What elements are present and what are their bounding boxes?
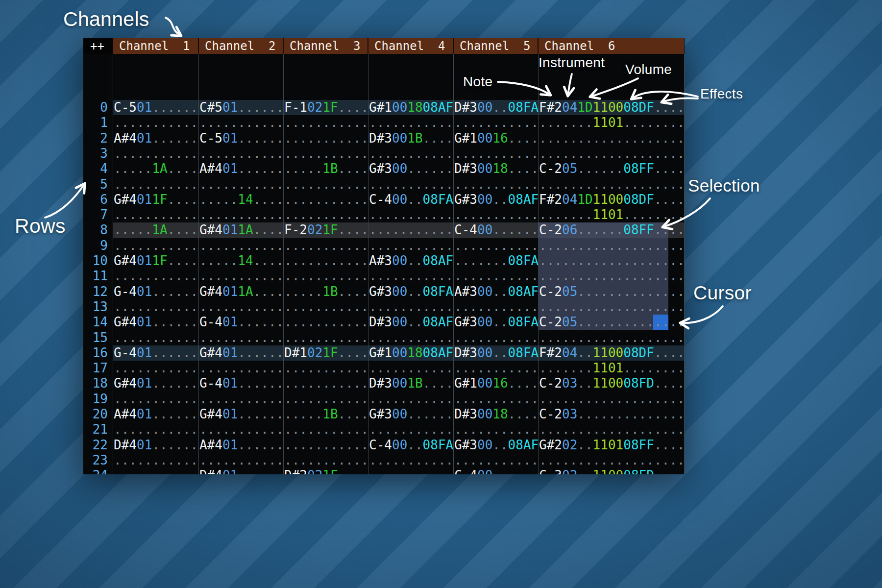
pattern-cell[interactable]: ................... (539, 177, 685, 193)
pattern-cell[interactable]: ........... (199, 207, 284, 223)
pattern-cell[interactable]: ........... (454, 422, 539, 438)
pattern-cell[interactable]: ........... (284, 238, 368, 254)
pattern-cell[interactable]: G#401...... (114, 376, 198, 392)
pattern-cell[interactable]: ........... (369, 146, 453, 162)
pattern-cell[interactable]: ................... (539, 269, 685, 284)
pattern-cell[interactable]: G#300..08FA (369, 284, 453, 300)
pattern-cell[interactable]: ........... (114, 146, 198, 162)
pattern-cell[interactable]: ........... (454, 453, 539, 468)
pattern-cell[interactable]: ........... (114, 468, 198, 474)
pattern-cell[interactable]: D#300..08FA (454, 345, 539, 361)
pattern-cell[interactable]: ........... (284, 392, 368, 407)
pattern-cell[interactable]: G-401...... (114, 345, 198, 361)
pattern-cell[interactable]: G#401...... (114, 315, 198, 330)
pattern-cell[interactable]: ........... (454, 361, 539, 376)
pattern-cell[interactable]: ........... (284, 131, 368, 147)
pattern-cell[interactable]: ........... (454, 299, 539, 315)
channel-header-3[interactable]: Channel 3 (284, 38, 368, 54)
pattern-cell[interactable]: ........... (284, 422, 368, 438)
pattern-cell[interactable]: ........... (284, 361, 368, 376)
pattern-grid[interactable]: 0C-501......C#501......F-1021F....G#1001… (83, 54, 685, 474)
pattern-cell[interactable]: ........... (114, 453, 198, 468)
pattern-cell[interactable]: ........... (284, 146, 368, 162)
pattern-cell[interactable]: ........... (199, 115, 284, 131)
channel-header-6[interactable]: Channel 6 (539, 38, 684, 54)
pattern-cell[interactable]: G#4011F.... (114, 253, 198, 269)
pattern-cell[interactable]: ........... (454, 238, 539, 254)
pattern-cell[interactable]: ........... (114, 269, 198, 284)
pattern-cell[interactable]: ................... (539, 299, 685, 315)
pattern-cell[interactable]: ........... (284, 299, 368, 315)
pattern-cell[interactable]: ........... (114, 361, 198, 376)
pattern-cell[interactable]: ........... (114, 177, 198, 193)
pattern-cell[interactable]: ........... (454, 146, 539, 162)
pattern-cell[interactable]: C-400...... (454, 222, 539, 238)
pattern-cell[interactable]: ........... (369, 269, 453, 284)
pattern-cell[interactable]: D#401...... (114, 438, 198, 453)
pattern-cell[interactable]: .......1101........ (539, 207, 685, 223)
channel-header-5[interactable]: Channel 5 (454, 38, 538, 54)
pattern-cell[interactable]: D#3001B.... (369, 376, 453, 392)
pattern-cell[interactable]: D#300..08FA (454, 100, 539, 116)
pattern-cell[interactable]: .......1101........ (539, 361, 685, 376)
pattern-cell[interactable]: ................... (539, 330, 685, 346)
pattern-cell[interactable]: A#401...... (199, 161, 284, 177)
pattern-cell[interactable]: ........... (199, 422, 284, 438)
pattern-cell[interactable]: .....14.... (199, 192, 284, 208)
pattern-cell[interactable]: C-206......08FF.... (539, 222, 685, 238)
pattern-corner-cell[interactable]: ++ (83, 38, 113, 54)
pattern-cell[interactable]: ........... (284, 177, 368, 193)
pattern-cell[interactable]: ........... (114, 392, 198, 407)
pattern-cell[interactable]: G#401...... (199, 407, 284, 422)
pattern-cell[interactable]: ........... (199, 269, 284, 284)
pattern-cell[interactable]: ........... (369, 453, 453, 468)
pattern-cell[interactable]: ........... (284, 438, 368, 453)
pattern-cell[interactable]: D#401...... (199, 468, 284, 474)
pattern-cell[interactable]: ........... (284, 315, 368, 330)
pattern-cell[interactable]: F#204..110008DF.... (539, 345, 685, 361)
pattern-cell[interactable]: ........... (114, 207, 198, 223)
pattern-cell[interactable]: ........... (199, 392, 284, 407)
pattern-cell[interactable]: G#202..110108FF.... (539, 438, 685, 453)
pattern-cell[interactable]: A#300..08AF (369, 253, 453, 269)
pattern-cell[interactable]: ........... (199, 299, 284, 315)
pattern-cell[interactable]: C-205......08FF.... (539, 161, 685, 177)
pattern-cell[interactable]: ................... (539, 131, 685, 147)
pattern-cell[interactable]: ........... (114, 115, 198, 131)
pattern-cell[interactable]: ........... (199, 330, 284, 346)
pattern-cell[interactable]: ........... (284, 376, 368, 392)
pattern-cell[interactable]: ........... (369, 299, 453, 315)
pattern-cell[interactable]: ........... (454, 330, 539, 346)
pattern-cell[interactable]: D#3001B.... (369, 131, 453, 147)
pattern-cell[interactable]: C-400...... (454, 468, 539, 474)
pattern-cell[interactable]: ........... (114, 330, 198, 346)
pattern-cell[interactable]: ................... (539, 146, 685, 162)
pattern-cell[interactable]: ........... (284, 330, 368, 346)
pattern-cell[interactable]: G#300...... (369, 407, 453, 422)
pattern-cell[interactable]: .....1A.... (114, 222, 198, 238)
pattern-cell[interactable]: C-501...... (114, 100, 198, 116)
pattern-cell[interactable]: A#401...... (114, 407, 198, 422)
pattern-cell[interactable]: D#1021F.... (284, 345, 368, 361)
pattern-cell[interactable]: G-401...... (199, 376, 284, 392)
channel-header-4[interactable]: Channel 4 (368, 38, 453, 54)
pattern-cell[interactable]: ........... (284, 253, 368, 269)
channel-header-1[interactable]: Channel 1 (113, 38, 198, 54)
pattern-cell[interactable]: ................... (539, 453, 685, 468)
pattern-cell[interactable]: C-203.............. (539, 407, 685, 422)
pattern-cell[interactable]: C-205.............. (539, 315, 685, 330)
pattern-cell[interactable]: ........... (454, 177, 539, 193)
pattern-cell[interactable]: ........... (454, 115, 539, 131)
pattern-cell[interactable]: C-501...... (199, 131, 284, 147)
pattern-cell[interactable]: G#4011A.... (199, 222, 284, 238)
pattern-cell[interactable]: .......08FA (454, 253, 539, 269)
pattern-cell[interactable]: G-401...... (114, 284, 198, 300)
pattern-cell[interactable]: F-2021F.... (284, 222, 368, 238)
pattern-cell[interactable]: F-1021F.... (284, 100, 368, 116)
pattern-cell[interactable]: ........... (284, 115, 368, 131)
pattern-cell[interactable]: ........... (454, 392, 539, 407)
pattern-cell[interactable]: F#2041D110008DF.... (539, 192, 685, 208)
pattern-cell[interactable]: ........... (199, 238, 284, 254)
pattern-cell[interactable]: .....1B.... (284, 284, 368, 300)
pattern-cell[interactable]: ........... (454, 269, 539, 284)
